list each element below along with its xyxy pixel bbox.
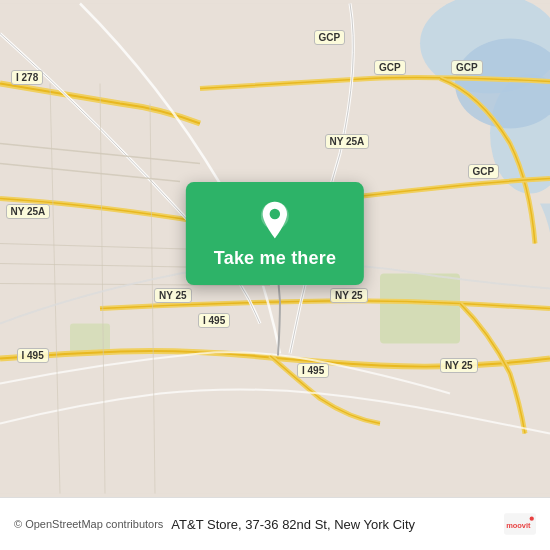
app: I 278 NY 25A NY 25A GCP GCP GCP GCP NY 2… (0, 0, 550, 550)
svg-rect-4 (380, 274, 460, 344)
moovit-logo: moovit (504, 508, 536, 540)
svg-text:moovit: moovit (506, 521, 531, 530)
cta-label: Take me there (214, 248, 336, 269)
bottom-bar: © OpenStreetMap contributors AT&T Store,… (0, 497, 550, 550)
map-container: I 278 NY 25A NY 25A GCP GCP GCP GCP NY 2… (0, 0, 550, 497)
osm-attribution: © OpenStreetMap contributors (14, 518, 163, 530)
location-pin-icon (255, 200, 295, 240)
cta-overlay[interactable]: Take me there (186, 182, 364, 285)
location-label: AT&T Store, 37-36 82nd St, New York City (171, 517, 496, 532)
moovit-logo-icon: moovit (504, 508, 536, 540)
svg-point-18 (530, 517, 534, 521)
svg-point-15 (270, 208, 280, 218)
svg-rect-5 (70, 324, 110, 354)
